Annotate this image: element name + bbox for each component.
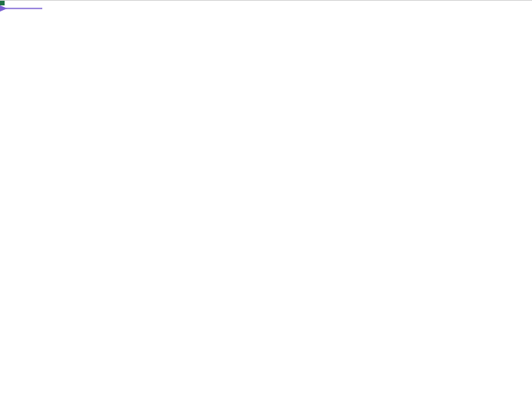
arrow-icon	[0, 1, 46, 16]
spreadsheet-grid[interactable]	[0, 0, 532, 1]
